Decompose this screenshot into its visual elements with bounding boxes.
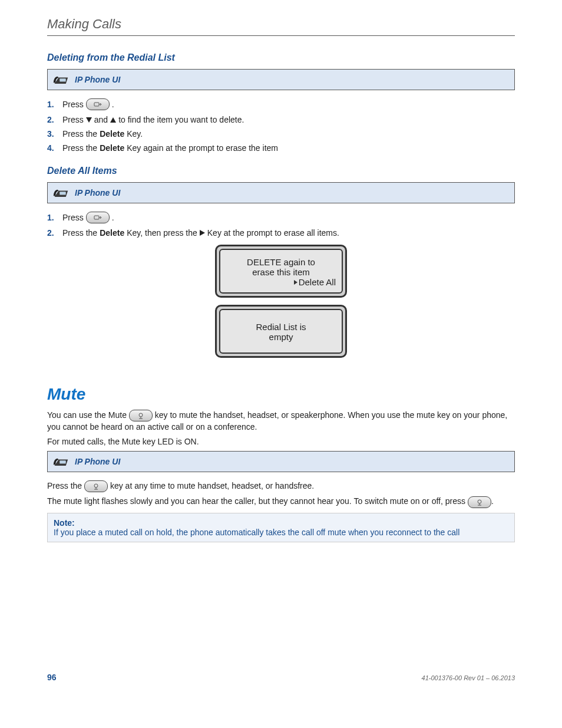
steps-list-deleting: 1. Press . 2. Press and to find the item…	[47, 98, 515, 153]
svg-point-11	[478, 500, 481, 503]
ip-phone-ui-label: IP Phone UI	[75, 75, 120, 84]
mute-paragraph-1: You can use the Mute key to mute the han…	[47, 410, 515, 433]
svg-rect-7	[59, 460, 66, 463]
note-box: Note: If you place a muted call on hold,…	[47, 513, 515, 542]
lcd-line: DELETE again to	[224, 257, 338, 267]
step-1: 1. Press .	[47, 212, 515, 223]
lcd-line: empty	[224, 332, 338, 342]
phone-icon	[52, 455, 69, 468]
section-heading-mute: Mute	[47, 385, 515, 404]
redial-key-icon	[86, 212, 110, 223]
page-footer: 96 41-001376-00 Rev 01 – 06.2013	[47, 673, 515, 682]
down-arrow-icon	[86, 117, 92, 123]
ip-phone-ui-label: IP Phone UI	[75, 188, 120, 197]
ip-phone-ui-box: IP Phone UI	[47, 451, 515, 472]
svg-rect-1	[94, 103, 99, 106]
note-label: Note:	[54, 518, 508, 528]
svg-rect-0	[59, 78, 66, 81]
step-2: 2. Press the Delete Key, then press the …	[47, 228, 515, 238]
svg-point-8	[94, 484, 98, 487]
phone-icon	[52, 186, 69, 199]
mute-key-icon	[129, 410, 153, 421]
step-4: 4. Press the Delete Key again at the pro…	[47, 143, 515, 153]
mute-paragraph-4: The mute light flashes slowly and you ca…	[47, 496, 515, 508]
lcd-line: Redial List is	[224, 322, 338, 332]
lcd-line: Delete All	[224, 277, 338, 287]
chapter-title: Making Calls	[47, 17, 515, 32]
step-3: 3. Press the Delete Key.	[47, 129, 515, 139]
redial-key-icon	[86, 98, 110, 110]
page: Making Calls Deleting from the Redial Li…	[0, 0, 562, 728]
steps-list-delete-all: 1. Press . 2. Press the Delete Key, then…	[47, 212, 515, 238]
up-arrow-icon	[110, 117, 116, 123]
section-heading-delete-all: Delete All Items	[47, 166, 515, 176]
document-id: 41-001376-00 Rev 01 – 06.2013	[422, 674, 515, 681]
right-arrow-icon	[294, 280, 297, 285]
ip-phone-ui-label: IP Phone UI	[75, 457, 120, 466]
svg-rect-2	[59, 192, 66, 195]
mute-paragraph-3: Press the key at any time to mute handse…	[47, 480, 515, 492]
page-number: 96	[47, 673, 57, 682]
lcd-line: erase this item	[224, 267, 338, 277]
ip-phone-ui-box: IP Phone UI	[47, 69, 515, 90]
divider	[47, 35, 515, 36]
step-1: 1. Press .	[47, 98, 515, 110]
section-heading-deleting: Deleting from the Redial List	[47, 52, 515, 63]
lcd-illustrations: DELETE again to erase this item Delete A…	[47, 245, 515, 358]
lcd-screen-2: Redial List is empty	[215, 305, 347, 358]
ip-phone-ui-box: IP Phone UI	[47, 182, 515, 203]
svg-point-4	[139, 413, 143, 417]
mute-key-icon	[84, 480, 108, 492]
step-2: 2. Press and to find the item you want t…	[47, 115, 515, 124]
note-body: If you place a muted call on hold, the p…	[54, 528, 508, 537]
lcd-screen-1: DELETE again to erase this item Delete A…	[215, 245, 347, 298]
right-arrow-icon	[200, 230, 205, 236]
svg-rect-3	[94, 216, 99, 219]
mute-key-icon	[468, 496, 491, 508]
mute-paragraph-2: For muted calls, the Mute key LED is ON.	[47, 436, 515, 447]
phone-icon	[52, 73, 69, 86]
